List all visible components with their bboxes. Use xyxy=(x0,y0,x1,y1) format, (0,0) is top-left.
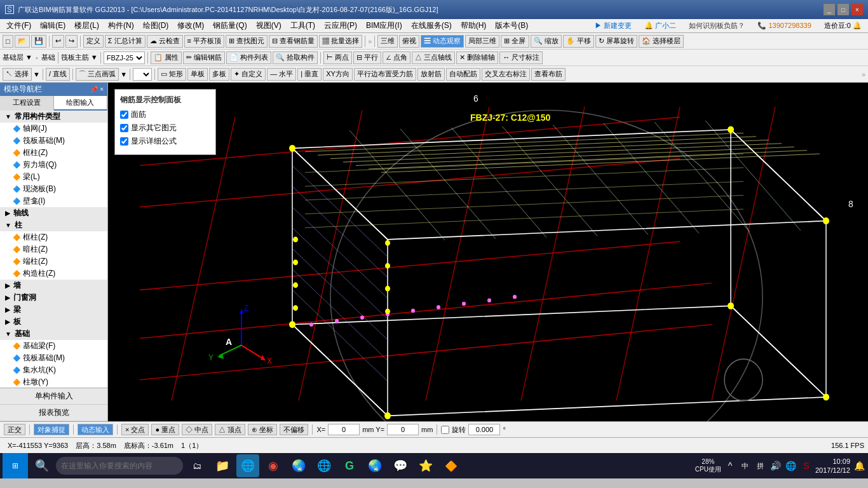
edit-rebar-btn[interactable]: ✏ 编辑钢筋 xyxy=(183,51,225,64)
tree-item[interactable]: ▶墙 xyxy=(0,280,107,292)
tree-item[interactable]: 🔶框柱(Z) xyxy=(0,147,107,159)
endpoint-btn[interactable]: △ 顶点 xyxy=(215,424,245,435)
coord-btn[interactable]: ⊕ 坐标 xyxy=(248,424,277,435)
taskbar-app-8[interactable]: 💬 xyxy=(389,454,412,477)
cloud-check-btn[interactable]: ☁ 云检查 xyxy=(147,35,183,48)
point-angle-btn[interactable]: ∠ 点角 xyxy=(383,51,410,64)
face-rebar-check[interactable] xyxy=(120,111,128,119)
dynamic-input-btn[interactable]: 动态输入 xyxy=(78,424,113,435)
menu-file[interactable]: 文件(F) xyxy=(3,19,35,32)
menu-floor[interactable]: 楼层(L) xyxy=(71,19,103,32)
checkbox-show-others[interactable]: 显示其它图元 xyxy=(120,123,210,133)
menu-cloud[interactable]: 云应用(P) xyxy=(320,19,361,32)
radial-btn[interactable]: 放射筋 xyxy=(417,68,445,81)
view-rebar-btn[interactable]: ⊟ 查看钢筋量 xyxy=(269,35,318,48)
fullscreen-btn[interactable]: ⊞ 全屏 xyxy=(501,35,529,48)
shape-select[interactable] xyxy=(133,68,152,81)
dim-annotation-btn[interactable]: ↔ 尺寸标注 xyxy=(499,51,543,64)
tree-item[interactable]: 🔶框柱(Z) xyxy=(0,231,107,243)
checkbox-show-formula[interactable]: 显示详细公式 xyxy=(120,136,210,147)
tray-pinyin[interactable]: 拼 xyxy=(754,459,767,472)
menu-view[interactable]: 视图(V) xyxy=(252,19,285,32)
rotate-input[interactable] xyxy=(468,424,500,435)
clock[interactable]: 10:09 2017/12/12 xyxy=(815,457,850,475)
two-point-btn[interactable]: ⊢ 两点 xyxy=(323,51,352,64)
define-btn[interactable]: 定义 xyxy=(83,35,104,48)
top-view-btn[interactable]: 俯视 xyxy=(399,35,419,48)
tray-ime[interactable]: 中 xyxy=(739,459,752,472)
undo-btn[interactable]: ↩ xyxy=(52,35,64,48)
menu-tools[interactable]: 工具(T) xyxy=(287,19,319,32)
tree-item[interactable]: 🔷集水坑(K) xyxy=(0,364,107,376)
vertical-btn[interactable]: | 垂直 xyxy=(297,68,322,81)
taskbar-app-1[interactable]: 📁 xyxy=(211,454,234,477)
menu-modify[interactable]: 修改(M) xyxy=(173,19,208,32)
parallel-edge-btn[interactable]: 平行边布置受力筋 xyxy=(354,68,416,81)
tray-antivirus[interactable]: S xyxy=(800,459,813,472)
guang-xiao-er[interactable]: 🔔 广小二 xyxy=(641,20,680,32)
taskbar-app-10[interactable]: 🔶 xyxy=(440,454,463,477)
tree-item[interactable]: 🔶端柱(Z) xyxy=(0,255,107,268)
taskbar-app-3[interactable]: ◉ xyxy=(262,454,285,477)
tree-item[interactable]: 🔷现浇板(B) xyxy=(0,183,107,195)
parallel-btn[interactable]: ⊟ 平行 xyxy=(353,51,381,64)
tree-item[interactable]: 🔷壁龛(I) xyxy=(0,195,107,207)
tree-item[interactable]: ▶轴线 xyxy=(0,207,107,219)
taskbar-app-5[interactable]: 🌐 xyxy=(313,454,336,477)
component-list-btn[interactable]: 📄 构件列表 xyxy=(226,51,271,64)
drop-arrow2[interactable]: ▼ xyxy=(120,71,127,78)
align-top-btn[interactable]: ≡ 平齐板顶 xyxy=(184,35,224,48)
xy-dir-btn[interactable]: XY方向 xyxy=(323,68,353,81)
tree-item[interactable]: 🔶基础梁(F) xyxy=(0,340,107,352)
checkbox-face-rebar[interactable]: 面筋 xyxy=(120,109,210,120)
tree-item[interactable]: 🔷筏板基础(M) xyxy=(0,352,107,364)
horizontal-btn[interactable]: — 水平 xyxy=(267,68,296,81)
summary-btn[interactable]: Σ 汇总计算 xyxy=(105,35,146,48)
find-elem-btn[interactable]: ⊞ 查找图元 xyxy=(226,35,268,48)
tree-item[interactable]: 🔷轴网(J) xyxy=(0,123,107,135)
3d-btn[interactable]: 三维 xyxy=(377,35,398,48)
show-others-check[interactable] xyxy=(120,124,128,132)
tree-item[interactable]: 🔶构造柱(Z) xyxy=(0,268,107,280)
tree-item[interactable]: 🔶梁(L) xyxy=(0,171,107,183)
rebar-code-select[interactable]: FBZJ-25 xyxy=(104,51,145,64)
custom-btn[interactable]: ✦ 自定义 xyxy=(231,68,266,81)
taskbar-app-7[interactable]: 🌏 xyxy=(363,454,386,477)
tree-item[interactable]: ▶梁 xyxy=(0,304,107,316)
tree-item[interactable]: ▼常用构件类型 xyxy=(0,111,107,123)
single-component-input-btn[interactable]: 单构件输入 xyxy=(0,388,107,405)
taskbar-app-4[interactable]: 🌏 xyxy=(287,454,310,477)
menu-version[interactable]: 版本号(B) xyxy=(491,19,532,32)
drop-arrow[interactable]: ▼ xyxy=(33,71,40,78)
intersection-btn[interactable]: × 交点 xyxy=(121,424,149,435)
single-board-btn[interactable]: 单板 xyxy=(187,68,208,81)
taskbar-app-9[interactable]: ⭐ xyxy=(414,454,437,477)
tray-network[interactable]: 🌐 xyxy=(785,459,797,472)
menu-draw[interactable]: 绘图(D) xyxy=(139,19,173,32)
panel-pin[interactable]: 📌 × xyxy=(90,86,104,93)
x-input[interactable] xyxy=(328,424,360,435)
tree-item[interactable]: ▼柱 xyxy=(0,219,107,231)
tree-item[interactable]: ▶板 xyxy=(0,316,107,328)
local-3d-btn[interactable]: 局部三维 xyxy=(465,35,499,48)
menu-component[interactable]: 构件(N) xyxy=(104,19,138,32)
line-tool-btn[interactable]: / 直线 xyxy=(46,68,70,81)
midpoint-btn[interactable]: ◇ 中点 xyxy=(182,424,212,435)
snap-btn[interactable]: 对象捕捉 xyxy=(34,424,69,435)
rect-btn[interactable]: ▭ 矩形 xyxy=(158,68,186,81)
pick-component-btn[interactable]: 🔍 拾取构件 xyxy=(273,51,318,64)
select-tool-btn[interactable]: ↖ 选择 xyxy=(3,68,32,81)
open-btn[interactable]: 📂 xyxy=(15,35,30,48)
screen-rotate-btn[interactable]: ↻ 屏幕旋转 xyxy=(595,35,637,48)
y-input[interactable] xyxy=(387,424,419,435)
arc-tool-btn[interactable]: ⌒ 三点画弧 xyxy=(76,68,119,81)
minimize-btn[interactable]: _ xyxy=(824,4,835,15)
no-offset-btn[interactable]: 不偏移 xyxy=(280,424,308,435)
tree-item[interactable]: 🔶暗柱(Z) xyxy=(0,243,107,255)
tree-item[interactable]: 🔷剪力墙(Q) xyxy=(0,159,107,171)
taskbar-app-6[interactable]: G xyxy=(338,454,361,477)
new-change[interactable]: ▶ 新建变更 xyxy=(591,20,635,32)
start-button[interactable]: ⊞ xyxy=(3,453,28,478)
zoom-btn[interactable]: 🔍 缩放 xyxy=(531,35,562,48)
maximize-btn[interactable]: □ xyxy=(837,4,849,15)
